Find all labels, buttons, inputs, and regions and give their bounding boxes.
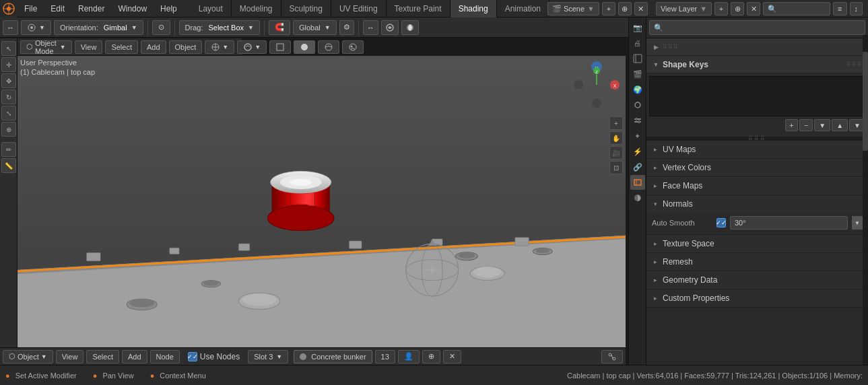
prop-constraints[interactable]: 🔗 — [630, 160, 645, 174]
node-icon-btn1[interactable] — [601, 350, 623, 363]
props-search-input[interactable] — [649, 20, 865, 35]
snap-toggle[interactable]: 🧲 — [269, 20, 290, 35]
uv-maps-header[interactable]: UV Maps — [646, 141, 868, 158]
tool-cursor[interactable]: ✛ — [1, 57, 16, 72]
filter-icon[interactable]: ≡ — [833, 2, 846, 15]
normals-header[interactable]: Normals — [646, 195, 868, 213]
menu-edit[interactable]: Edit — [44, 0, 71, 18]
texture-space-header[interactable]: Texture Space — [646, 235, 868, 252]
material-selector[interactable]: Concrete bunker — [294, 350, 372, 363]
material-copy[interactable]: ⊕ — [422, 350, 440, 363]
viewport-shading-material[interactable] — [318, 40, 339, 54]
viewport-shading-solid[interactable] — [294, 40, 315, 54]
camera-view[interactable]: 🎥 — [609, 146, 623, 160]
snap-target[interactable]: Global ▼ — [293, 20, 337, 35]
shape-keys-list[interactable] — [649, 76, 865, 116]
node-view-menu[interactable]: View — [56, 350, 84, 363]
pan[interactable]: ✋ — [609, 131, 623, 145]
slot-selector[interactable]: Slot 3 ▼ — [248, 350, 288, 363]
prop-physics[interactable]: ⚡ — [630, 144, 645, 159]
scene-selector[interactable]: 🎬 Scene ▼ — [547, 2, 599, 15]
display-overlay-toggle[interactable] — [381, 20, 399, 35]
auto-smooth-checkbox[interactable]: ✓ — [716, 218, 726, 228]
toolbar-toggle[interactable]: ↔ — [3, 20, 18, 35]
menu-help[interactable]: Help — [154, 0, 184, 18]
face-maps-header[interactable]: Face Maps — [646, 177, 868, 195]
view-menu[interactable]: View — [75, 40, 103, 54]
menu-render[interactable]: Render — [71, 0, 111, 18]
node-node-menu[interactable]: Node — [150, 350, 180, 363]
shape-keys-section-header[interactable]: Shape Keys ⠿⠿⠿ — [646, 56, 868, 73]
prop-particles[interactable]: ✦ — [630, 129, 645, 143]
icon-add-view-layer[interactable]: + — [714, 2, 728, 15]
tool-transform[interactable]: ⊕ — [1, 122, 16, 137]
snap-settings[interactable]: ⚙ — [339, 20, 354, 35]
vertex-colors-header[interactable]: Vertex Colors — [646, 159, 868, 176]
proportional-editing[interactable]: ⊙ — [152, 20, 170, 35]
tab-sculpting[interactable]: Sculpting — [281, 0, 331, 18]
pivot-point[interactable]: ▼ — [21, 20, 51, 35]
icon-copy-scene[interactable]: ⊕ — [618, 2, 632, 15]
tool-measure[interactable]: 📏 — [1, 158, 16, 173]
object-menu[interactable]: Object — [169, 40, 203, 54]
use-nodes-checkbox[interactable]: ✓ — [188, 352, 197, 361]
tool-rotate[interactable]: ↻ — [1, 90, 16, 104]
node-select-menu[interactable]: Select — [86, 350, 119, 363]
sk-more[interactable]: ▼ — [814, 119, 830, 131]
material-user-icon[interactable]: 👤 — [398, 350, 420, 363]
prop-world[interactable]: 🌍 — [630, 82, 645, 97]
tab-uv-editing[interactable]: UV Editing — [331, 0, 387, 18]
icon-delete-scene[interactable]: ✕ — [634, 2, 648, 15]
sync-icon[interactable]: ↕ — [850, 2, 863, 15]
blender-logo[interactable] — [0, 0, 18, 18]
prop-data[interactable] — [630, 175, 645, 190]
material-count[interactable]: 13 — [375, 350, 395, 363]
viewport-shading-wire[interactable] — [269, 40, 291, 54]
icon-copy-view-layer[interactable]: ⊕ — [731, 2, 744, 15]
tab-texture-paint[interactable]: Texture Paint — [387, 0, 450, 18]
tool-select[interactable]: ↖ — [1, 41, 16, 56]
tab-shading[interactable]: Shading — [450, 0, 497, 18]
node-mode-selector[interactable]: ⬡ Object ▼ — [3, 350, 53, 363]
prop-view[interactable] — [630, 51, 645, 66]
menu-window[interactable]: Window — [111, 0, 154, 18]
smooth-angle-menu[interactable]: ▼ — [852, 216, 863, 230]
3d-viewport[interactable]: User Perspective (1) Cablecam | top cap … — [18, 56, 626, 365]
icon-delete-view-layer[interactable]: ✕ — [747, 2, 760, 15]
transform-tools[interactable]: ↔ — [363, 20, 378, 35]
prop-object[interactable] — [630, 98, 645, 112]
viewport-gizmo[interactable]: ▼ — [205, 40, 234, 54]
tab-modeling[interactable]: Modeling — [232, 0, 281, 18]
menu-file[interactable]: File — [18, 0, 44, 18]
prop-render[interactable]: 📷 — [630, 20, 645, 35]
frame-selected[interactable]: ⊡ — [609, 161, 623, 174]
view-layer-selector[interactable]: View Layer ▼ — [656, 2, 712, 15]
node-add-menu[interactable]: Add — [122, 350, 147, 363]
icon-add-scene[interactable]: + — [602, 2, 615, 15]
tool-scale[interactable]: ⤡ — [1, 106, 16, 120]
tab-layout[interactable]: Layout — [191, 0, 232, 18]
props-top-section[interactable]: ⠿⠿⠿ — [646, 38, 868, 56]
viewport-overlay[interactable]: ▼ — [237, 40, 267, 54]
sk-add[interactable]: + — [785, 119, 799, 131]
prop-output[interactable]: 🖨 — [630, 36, 645, 50]
prop-scene[interactable]: 🎬 — [630, 67, 645, 81]
tool-move[interactable]: ✥ — [1, 73, 16, 88]
sk-move-up[interactable]: ▲ — [832, 119, 848, 131]
global-search[interactable] — [763, 2, 830, 15]
tool-annotate[interactable]: ✏ — [1, 142, 16, 157]
material-delete[interactable]: ✕ — [443, 350, 461, 363]
drag-mode[interactable]: Drag: Select Box ▼ — [179, 20, 260, 35]
viewport-shading-options[interactable] — [401, 20, 419, 35]
zoom-in[interactable]: + — [609, 116, 623, 130]
sk-remove[interactable]: − — [799, 119, 813, 131]
transform-orientation[interactable]: Orientation: Gimbal ▼ — [54, 20, 143, 35]
object-mode-selector[interactable]: ⬡ Object Mode ▼ — [20, 40, 72, 54]
custom-properties-header[interactable]: Custom Properties — [646, 289, 868, 307]
smooth-angle-value[interactable]: 30° — [730, 216, 848, 230]
geometry-data-header[interactable]: Geometry Data — [646, 271, 868, 289]
navigation-gizmo[interactable]: Y X Z — [573, 61, 620, 110]
viewport-shading-render[interactable] — [342, 40, 364, 54]
prop-modifiers[interactable] — [630, 113, 645, 128]
add-menu[interactable]: Add — [141, 40, 166, 54]
